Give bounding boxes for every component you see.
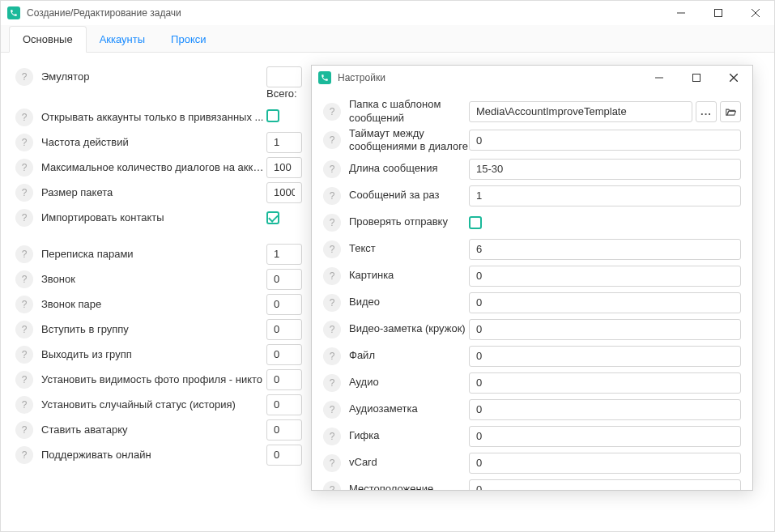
help-icon[interactable]: ? [15, 321, 33, 338]
random-status-input[interactable] [266, 394, 302, 415]
msg-at-once-label: Сообщений за раз [349, 189, 469, 202]
main-titlebar: Создание/Редактирование задачи [1, 1, 774, 25]
help-icon[interactable]: ? [15, 134, 33, 151]
vcard-label: vCard [349, 456, 469, 469]
row-video-note: ? Видео-заметка (кружок) [323, 316, 741, 343]
help-icon[interactable]: ? [323, 160, 341, 178]
tab-proxy[interactable]: Прокси [158, 27, 219, 52]
location-label: Местоположение [349, 483, 469, 490]
row-image: ? Картинка [323, 262, 741, 289]
set-avatar-input[interactable] [266, 419, 302, 440]
location-input[interactable] [469, 479, 741, 491]
browse-path-button[interactable]: ... [696, 101, 717, 122]
help-icon[interactable]: ? [15, 209, 33, 227]
close-button[interactable] [737, 1, 774, 25]
open-folder-button[interactable] [720, 101, 741, 122]
help-icon[interactable]: ? [15, 159, 33, 177]
open-bound-checkbox[interactable] [266, 109, 279, 122]
max-dialogs-input[interactable] [266, 157, 302, 178]
app-icon [7, 6, 20, 19]
leave-groups-input[interactable] [266, 344, 302, 365]
audio-note-label: Аудиозаметка [349, 402, 469, 415]
dialog-title: Настройки [338, 72, 641, 83]
help-icon[interactable]: ? [323, 454, 341, 472]
row-audio: ? Аудио [323, 369, 741, 396]
help-icon[interactable]: ? [323, 240, 341, 258]
text-input[interactable] [469, 239, 741, 260]
row-check-send: ? Проверять отправку [323, 209, 741, 236]
dialog-minimize-button[interactable] [641, 66, 678, 90]
tab-main[interactable]: Основные [9, 26, 87, 53]
dialog-close-button[interactable] [715, 66, 752, 90]
leave-groups-label: Выходить из групп [41, 348, 266, 360]
audio-input[interactable] [469, 372, 741, 394]
gif-input[interactable] [469, 426, 741, 447]
row-text: ? Текст [323, 236, 741, 262]
help-icon[interactable]: ? [323, 347, 341, 365]
check-send-label: Проверять отправку [349, 215, 469, 228]
help-icon[interactable]: ? [323, 374, 341, 392]
help-icon[interactable]: ? [323, 294, 341, 312]
check-send-checkbox[interactable] [469, 216, 482, 229]
import-contacts-checkbox[interactable] [266, 211, 279, 224]
row-audio-note: ? Аудиозаметка [323, 396, 741, 423]
help-icon[interactable]: ? [15, 296, 33, 313]
vcard-input[interactable] [469, 453, 741, 474]
help-icon[interactable]: ? [15, 109, 33, 126]
call-input[interactable] [266, 269, 302, 290]
help-icon[interactable]: ? [323, 321, 341, 338]
help-icon[interactable]: ? [323, 187, 341, 205]
join-group-input[interactable] [266, 319, 302, 340]
help-icon[interactable]: ? [15, 346, 33, 364]
row-timeout: ? Таймаут между сообщениями в диалоге [323, 125, 741, 155]
maximize-button[interactable] [700, 1, 737, 25]
main-window-title: Создание/Редактирование задачи [27, 7, 662, 19]
help-icon[interactable]: ? [323, 131, 341, 149]
help-icon[interactable]: ? [15, 184, 33, 202]
template-path-input[interactable] [469, 101, 692, 122]
tabs: Основные Аккаунты Прокси [1, 25, 774, 53]
help-icon[interactable]: ? [323, 428, 341, 445]
help-icon[interactable]: ? [15, 371, 33, 389]
help-icon[interactable]: ? [15, 270, 33, 288]
help-icon[interactable]: ? [323, 214, 341, 232]
row-location: ? Местоположение [323, 476, 741, 490]
emulator-input[interactable] [266, 66, 302, 87]
help-icon[interactable]: ? [323, 481, 341, 491]
help-icon[interactable]: ? [323, 103, 341, 121]
msg-at-once-input[interactable] [469, 185, 741, 206]
set-avatar-label: Ставить аватарку [41, 423, 266, 436]
dialog-maximize-button[interactable] [678, 66, 715, 90]
pairs-label: Переписка парами [41, 248, 266, 260]
keep-online-input[interactable] [266, 445, 302, 466]
row-gif: ? Гифка [323, 423, 741, 449]
template-path-label: Папка с шаблоном сообщений [349, 98, 469, 125]
video-input[interactable] [469, 292, 741, 313]
timeout-input[interactable] [469, 130, 741, 151]
keep-online-label: Поддерживать онлайн [41, 449, 266, 461]
dialog-titlebar: Настройки [312, 66, 752, 90]
call-pair-input[interactable] [266, 294, 302, 315]
file-input[interactable] [469, 346, 741, 367]
photo-visibility-input[interactable] [266, 369, 302, 390]
main-window-controls [662, 1, 774, 25]
help-icon[interactable]: ? [15, 68, 33, 86]
help-icon[interactable]: ? [15, 245, 33, 263]
open-bound-label: Открывать аккаунты только в привязанных … [41, 111, 266, 123]
tab-accounts[interactable]: Аккаунты [87, 27, 158, 52]
packet-size-input[interactable] [266, 182, 302, 203]
help-icon[interactable]: ? [323, 267, 341, 285]
image-input[interactable] [469, 266, 741, 287]
freq-input[interactable] [266, 132, 302, 153]
video-note-input[interactable] [469, 319, 741, 340]
pairs-input[interactable] [266, 244, 302, 265]
help-icon[interactable]: ? [323, 401, 341, 419]
minimize-button[interactable] [662, 1, 700, 25]
help-icon[interactable]: ? [15, 421, 33, 439]
help-icon[interactable]: ? [15, 396, 33, 414]
msg-len-input[interactable] [469, 159, 741, 180]
image-label: Картинка [349, 269, 469, 282]
help-icon[interactable]: ? [15, 446, 33, 464]
text-label: Текст [349, 242, 469, 255]
audio-note-input[interactable] [469, 399, 741, 420]
